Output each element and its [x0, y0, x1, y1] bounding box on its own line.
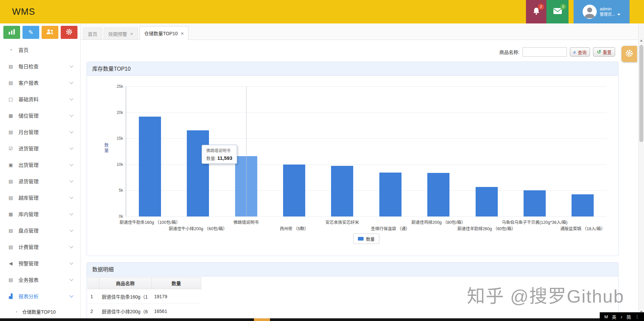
avatar	[583, 5, 597, 19]
settings-quick-button[interactable]	[61, 26, 77, 39]
chart-quick-button[interactable]	[3, 26, 20, 39]
ime-item[interactable]: ⋮	[635, 314, 639, 319]
x-axis-label: 西州密 （5颗）	[280, 225, 308, 232]
chart-bar[interactable]	[476, 187, 498, 216]
sidebar-item[interactable]: ◔首页	[0, 42, 80, 58]
sidebar-item[interactable]: ▤越库管理	[0, 189, 80, 206]
scroll-up-arrow-icon[interactable]	[640, 40, 643, 42]
chart-icon: ▟	[7, 294, 14, 299]
notifications-button[interactable]: 2	[526, 0, 546, 23]
topbar-right: 2 0 admin 管理员...	[526, 0, 630, 23]
chart-bar[interactable]	[427, 173, 449, 216]
edit-quick-button[interactable]: ✎	[22, 26, 39, 39]
grid-icon: ▦	[7, 211, 14, 217]
file-icon: ▢	[7, 97, 14, 102]
x-axis-label: 乌鱼伯乌鱼子干贝酱(120g*36入/箱)	[502, 219, 568, 225]
sidebar-item-label: 报表分析	[18, 293, 39, 300]
sidebar-item-label: 退货管理	[18, 178, 39, 185]
ime-item[interactable]: 英	[612, 314, 616, 320]
product-name-label: 商品名称:	[499, 49, 520, 55]
gridline	[126, 113, 607, 113]
sidebar-subitem-top10[interactable]: ▪ 仓储数量TOP10	[0, 304, 80, 319]
legend-label: 数量	[366, 236, 375, 242]
content-area: 商品名称: ⌕ 查询 ↺ 重置 库存数量TOP10	[80, 40, 644, 321]
tab-label: 效期预警	[108, 30, 127, 37]
ime-item[interactable]: ♪	[620, 314, 623, 319]
chevron-down-icon	[69, 244, 73, 248]
list-icon: ▤	[7, 277, 14, 282]
reset-icon: ↺	[597, 49, 601, 55]
y-tick-label: 25k	[102, 84, 123, 89]
sidebar-item[interactable]: ▤每日检查	[0, 58, 80, 74]
x-axis-label: 厨道佳鸡排200g （80包/箱）	[412, 219, 466, 225]
settings-flyout-button[interactable]	[622, 46, 637, 62]
chevron-down-icon	[69, 228, 73, 232]
ime-toolbar: M英♪简⋮	[600, 312, 644, 321]
bar-chart-icon	[8, 29, 15, 36]
x-axis-label: 安芯食族安芯好米	[325, 219, 359, 225]
home-icon: ◔	[7, 47, 14, 53]
chart-bar[interactable]	[379, 173, 401, 216]
query-button[interactable]: ⌕ 查询	[570, 47, 590, 57]
users-quick-button[interactable]	[42, 26, 58, 39]
y-tick-label: 20k	[102, 110, 123, 115]
search-icon: ⌕	[574, 49, 576, 55]
product-name-input[interactable]	[523, 47, 567, 57]
list-icon: ▤	[7, 80, 14, 85]
user-name: admin	[600, 6, 621, 12]
chart-bar[interactable]	[331, 166, 353, 216]
chart-bar[interactable]	[139, 117, 161, 216]
sidebar-item[interactable]: ▟报表分析	[0, 288, 80, 304]
chevron-down-icon	[69, 162, 73, 166]
tab[interactable]: 仓储数量TOP10×	[140, 26, 189, 40]
sidebar-item[interactable]: ▤月台管理	[0, 124, 80, 140]
sidebar-item[interactable]: ▤客户报表	[0, 74, 80, 91]
sidebar-item[interactable]: ▦库内管理	[0, 206, 80, 222]
message-count-badge: 0	[560, 4, 566, 10]
chart-bar[interactable]	[524, 190, 546, 216]
chevron-down-icon	[69, 195, 73, 199]
tab-label: 仓储数量TOP10	[144, 30, 178, 37]
sidebar-item[interactable]: ▢基础资料	[0, 91, 80, 107]
chart-bar[interactable]	[572, 194, 594, 216]
ime-item[interactable]: 简	[627, 314, 631, 320]
app-logo: WMS	[12, 7, 35, 17]
sidebar-item[interactable]: ☑进货管理	[0, 140, 80, 156]
sidebar-item[interactable]: ▤业务报表	[0, 271, 80, 288]
notification-count-badge: 2	[538, 4, 544, 10]
chart-legend[interactable]: 数量	[353, 234, 379, 244]
sidebar-item[interactable]: ▦储位管理	[0, 107, 80, 124]
reset-button[interactable]: ↺ 重置	[593, 47, 615, 57]
chart-bar[interactable]	[283, 165, 305, 216]
sidebar-item[interactable]: ◀预警管理	[0, 255, 80, 271]
detail-table-header-row: 商品名称数量	[88, 277, 201, 289]
sidebar-menu: ◔首页▤每日检查▤客户报表▢基础资料▦储位管理▤月台管理☑进货管理▣出货管理▤退…	[0, 42, 80, 304]
user-menu[interactable]: admin 管理员...	[574, 0, 630, 23]
chart-bar[interactable]	[187, 130, 209, 216]
tab[interactable]: 效期预警×	[104, 27, 138, 40]
sidebar-item[interactable]: ▤退货管理	[0, 173, 80, 189]
x-axis-label: 厨道佳牛肋条160g （100包/箱）	[119, 219, 180, 225]
tab[interactable]: 首页	[83, 27, 102, 40]
checkbox-icon: ☑	[7, 146, 14, 151]
ime-item[interactable]: M	[604, 314, 608, 319]
vertical-scrollbar[interactable]	[638, 23, 644, 318]
main-area: 首页效期预警×仓储数量TOP10× 商品名称: ⌕ 查询 ↺ 重置	[80, 23, 644, 321]
sidebar-item[interactable]: ▣出货管理	[0, 156, 80, 173]
y-tick-label: 5k	[102, 188, 123, 193]
sidebar-item[interactable]: ▤盘点管理	[0, 222, 80, 239]
close-icon[interactable]: ×	[130, 31, 133, 36]
sidebar-item-label: 客户报表	[18, 79, 39, 86]
tooltip-series-name: 佛跳墙说明书	[206, 147, 232, 153]
x-axis-label: 圣祺行保温袋 （通）	[371, 225, 410, 232]
list-icon: ▤	[7, 228, 14, 233]
close-icon[interactable]: ×	[181, 31, 184, 36]
messages-button[interactable]: 0	[546, 0, 569, 23]
sidebar-item[interactable]: ▤计费管理	[0, 239, 80, 255]
table-cell: 16561	[152, 304, 201, 319]
x-axis-label: 通版盆菜锅 （18入/箱）	[560, 225, 605, 232]
sidebar-item-label: 库内管理	[18, 210, 39, 217]
table-row[interactable]: 2厨道佳牛小排200g（616561	[88, 304, 201, 319]
scrollbar-thumb[interactable]	[639, 45, 643, 142]
table-row[interactable]: 1厨道佳牛肋条160g（119179	[88, 289, 201, 304]
